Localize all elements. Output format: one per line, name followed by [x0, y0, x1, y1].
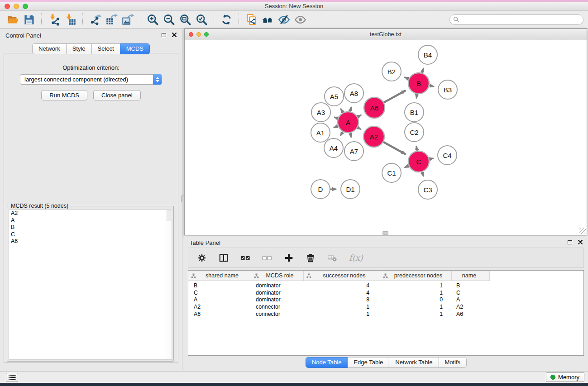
column-header-shared-name[interactable]: shared name — [188, 271, 251, 281]
network-zoom-light[interactable] — [204, 32, 209, 37]
zoom-in-button[interactable] — [144, 12, 161, 27]
network-canvas[interactable]: B4B2BB3A8A5A6A3B1AA1C2A2A4A7C4CC1C3DD1 — [185, 40, 587, 235]
graph-edge-A-A8[interactable] — [350, 107, 351, 112]
select-all-button[interactable] — [240, 253, 250, 263]
delete-table-button[interactable] — [327, 253, 337, 263]
tab-network-table[interactable]: Network Table — [389, 357, 439, 368]
float-table-panel-icon[interactable] — [568, 240, 572, 244]
horizontal-scroll-thumb[interactable] — [382, 231, 388, 235]
graph-edge-A-A7[interactable] — [350, 133, 351, 138]
column-header-successor-nodes[interactable]: successor nodes — [304, 271, 380, 281]
graph-edge-C-C4[interactable] — [429, 158, 433, 159]
graph-edge-C-C1[interactable] — [405, 166, 409, 167]
network-close-light[interactable] — [189, 32, 193, 37]
zoom-fit-button[interactable] — [177, 12, 193, 27]
graph-node-label: D1 — [346, 186, 354, 193]
hide-graphics-details-button[interactable] — [276, 12, 292, 27]
column-header-MCDS-role[interactable]: MCDS role — [251, 271, 304, 281]
graph-edge-B-B2[interactable] — [404, 77, 409, 79]
table-cell: dominator — [251, 282, 304, 289]
tab-edge-table[interactable]: Edge Table — [347, 357, 389, 368]
export-network-button[interactable] — [87, 12, 103, 27]
criterion-select[interactable]: largest connected component (directed) — [20, 74, 162, 85]
run-mcds-button[interactable]: Run MCDS — [41, 90, 87, 100]
graph-edge-A-A1[interactable] — [334, 126, 338, 128]
graph-edge-A-A4[interactable] — [340, 131, 343, 136]
graph-edge-C-C3[interactable] — [422, 172, 423, 176]
memory-button[interactable]: Memory — [546, 372, 584, 382]
deselect-all-button[interactable] — [262, 253, 272, 263]
graph-edge-A-A5[interactable] — [341, 109, 343, 113]
table-cell: 1 — [380, 311, 452, 317]
table-settings-button[interactable] — [197, 253, 207, 263]
graph-edge-B-B4[interactable] — [422, 68, 424, 74]
float-panel-icon[interactable] — [162, 33, 166, 37]
zoom-window-light[interactable] — [23, 4, 28, 9]
zoom-fit-icon — [179, 14, 191, 26]
zoom-out-button[interactable] — [161, 12, 177, 27]
graph-edge-A-A3[interactable] — [334, 117, 338, 119]
tab-style[interactable]: Style — [66, 43, 92, 54]
table-row[interactable]: Bdominator41B — [188, 282, 583, 289]
import-table-button[interactable] — [62, 12, 78, 27]
network-canvas-svg[interactable]: B4B2BB3A8A5A6A3B1AA1C2A2A4A7C4CC1C3DD1 — [185, 40, 587, 235]
minimize-window-light[interactable] — [14, 4, 19, 9]
graph-edge-B-B3[interactable] — [429, 86, 434, 86]
import-network-icon — [48, 14, 60, 26]
column-header-predecessor-nodes[interactable]: predecessor nodes — [380, 271, 452, 281]
tab-motifs[interactable]: Motifs — [438, 357, 467, 368]
mcds-result-item[interactable]: B — [9, 224, 172, 231]
close-table-panel-icon[interactable] — [578, 240, 583, 244]
app-titlebar: Session: New Session — [0, 2, 588, 11]
graph-edge-A2-C[interactable] — [383, 142, 406, 154]
close-panel-icon[interactable] — [172, 33, 177, 37]
save-session-button[interactable] — [21, 12, 37, 27]
network-minimize-light[interactable] — [196, 32, 201, 37]
add-column-button[interactable] — [284, 253, 294, 263]
graph-edge-A6-B[interactable] — [383, 91, 406, 103]
result-scrollbar[interactable] — [166, 210, 172, 359]
tab-mcds[interactable]: MCDS — [120, 43, 150, 54]
mcds-result-item[interactable]: A6 — [9, 238, 172, 245]
vertical-scroll-thumb[interactable] — [181, 195, 184, 202]
window-resize-grip[interactable] — [579, 228, 586, 234]
function-builder-button[interactable]: f(x) — [349, 253, 363, 262]
search-input[interactable] — [459, 15, 583, 24]
table-row[interactable]: A2connector11A2 — [188, 303, 583, 310]
delete-column-button[interactable] — [306, 253, 316, 263]
table-row[interactable]: Adominator80A — [188, 296, 583, 304]
memory-status-icon — [550, 375, 555, 380]
show-task-history-button[interactable] — [6, 373, 18, 382]
table-cell: B — [452, 282, 490, 289]
table-row[interactable]: A6connector11A6 — [188, 310, 583, 318]
zoom-selected-button[interactable] — [193, 12, 210, 27]
table-panel-tabs: Node Table Edge Table Network Table Moti… — [306, 357, 467, 368]
result-scrollbar-thumb[interactable] — [167, 210, 171, 221]
export-table-button[interactable] — [103, 12, 120, 27]
graph-edge-B-B1[interactable] — [416, 94, 417, 99]
graph-edge-A-A2[interactable] — [357, 127, 361, 129]
export-image-button[interactable] — [120, 12, 136, 27]
close-panel-button[interactable]: Close panel — [93, 90, 141, 100]
tab-select[interactable]: Select — [91, 43, 120, 54]
column-header-name[interactable]: name — [452, 271, 490, 281]
table-row[interactable]: Cdominator41C — [188, 289, 583, 296]
graph-node-label: B4 — [424, 51, 432, 59]
graph-edge-C-C2[interactable] — [416, 146, 417, 152]
graph-edge-A-A6[interactable] — [357, 115, 361, 117]
clone-network-button[interactable] — [243, 12, 259, 27]
open-session-button[interactable] — [5, 12, 21, 27]
toggle-columns-button[interactable] — [219, 253, 229, 263]
import-network-button[interactable] — [46, 12, 62, 27]
tab-node-table[interactable]: Node Table — [306, 357, 348, 368]
close-window-light[interactable] — [5, 4, 10, 9]
mcds-result-item[interactable]: C — [9, 231, 172, 238]
mcds-result-item[interactable]: A — [9, 217, 172, 224]
tab-network[interactable]: Network — [32, 43, 67, 54]
graph-node-label: A2 — [370, 133, 378, 141]
graph-node-label: C2 — [410, 129, 418, 136]
refresh-view-button[interactable] — [218, 12, 234, 27]
show-graphics-details-button[interactable] — [292, 12, 308, 27]
home-view-button[interactable] — [259, 12, 276, 27]
mcds-result-item[interactable]: A2 — [9, 210, 172, 217]
